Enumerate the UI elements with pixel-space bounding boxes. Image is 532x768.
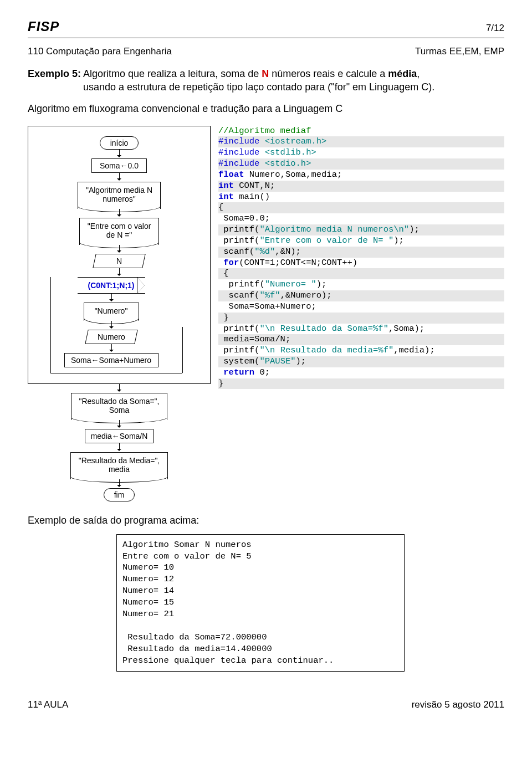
code-text: ); <box>409 224 420 234</box>
out-line: Resultado da media=14.400000 <box>122 644 272 654</box>
code-text: ,media); <box>393 345 434 355</box>
header-rule <box>28 38 504 38</box>
out-line: Resultado da Soma=72.000000 <box>122 632 267 642</box>
code-text: printf( <box>218 324 259 334</box>
code-text: scanf( <box>218 247 254 257</box>
intro-text-1c: , <box>417 68 420 79</box>
code-text: printf( <box>218 224 259 234</box>
fc-read-numero: Numero <box>85 330 138 344</box>
arrow-icon <box>116 245 122 254</box>
arrow-icon <box>116 209 122 218</box>
arrow-icon <box>116 268 122 277</box>
code-text: ,&N); <box>275 247 301 257</box>
code-string: "Algoritmo media N numeros\n" <box>259 224 409 234</box>
code-text: (CONT=1;CONT<=N;CONT++) <box>239 258 357 268</box>
code-text: printf( <box>218 279 265 289</box>
arrow-icon <box>116 150 122 158</box>
arrow-icon <box>116 479 122 488</box>
fc-for-hex: (C0NT:1;N;1) <box>70 277 153 294</box>
intro-text-1b: números reais e calcule a <box>269 68 388 79</box>
code-text: } <box>218 313 504 324</box>
code-text: media=Soma/N; <box>218 334 504 345</box>
code-include: #include <box>218 147 265 157</box>
fc-print-res-media-l2: media <box>79 465 160 474</box>
code-keyword: return <box>223 367 254 377</box>
arrow-icon <box>116 420 122 429</box>
code-keyword: int <box>218 181 234 191</box>
intro-media: média <box>388 68 417 79</box>
out-line: Pressione qualquer tecla para continuar.… <box>122 656 334 665</box>
code-include: #include <box>218 158 265 168</box>
fc-print-res-media: "Resultado da Media=", media <box>70 452 168 479</box>
output-title: Exemplo de saída do programa acima: <box>28 515 504 526</box>
page-number: 7/12 <box>486 23 504 34</box>
out-line: Numero= 14 <box>122 586 174 596</box>
code-text: { <box>218 202 504 213</box>
code-include: #include <box>218 136 265 146</box>
code-text: system( <box>218 356 259 366</box>
out-line: Numero= 15 <box>122 597 174 607</box>
footer-aula: 11ª AULA <box>28 699 68 710</box>
fc-print-res-soma: "Resultado da Soma=", Soma <box>71 393 168 420</box>
doc-title: FISP <box>28 19 59 34</box>
fc-loop: (C0NT:1;N;1) "Numero" Numero Soma←Soma+N… <box>50 277 182 373</box>
fc-print-numero: "Numero" <box>84 303 139 321</box>
fc-print-title-l2: numeros" <box>86 194 152 203</box>
code-text: 0; <box>254 367 270 377</box>
arrow-icon <box>109 321 114 330</box>
out-line: Numero= 12 <box>122 574 174 584</box>
code-text: ,Soma); <box>388 324 424 334</box>
fc-media-calc: media←Soma/N <box>85 429 154 443</box>
fc-print-prompt-l1: "Entre com o valor <box>88 222 151 231</box>
intro-text-1a: Algoritmo que realiza a leitura, soma de <box>83 68 262 79</box>
code-header: <stdlib.h> <box>265 147 316 157</box>
fc-read-n: N <box>93 254 146 268</box>
fc-print-res-soma-l2: Soma <box>79 406 160 414</box>
code-text: { <box>218 268 504 279</box>
code-text: ); <box>296 356 306 366</box>
fc-soma-init: Soma←0.0 <box>91 158 147 173</box>
code-string: "PAUSE" <box>259 356 295 366</box>
code-string: "\n Resultado da Soma=%f" <box>259 324 388 334</box>
code-text <box>218 367 223 377</box>
out-line: Numero= 21 <box>122 609 174 619</box>
flowchart-lower: "Resultado da Soma=", Soma media←Soma/N … <box>28 384 211 501</box>
code-string: "%f" <box>259 290 280 300</box>
footer-revision: revisão 5 agosto 2011 <box>412 699 504 710</box>
turmas: Turmas EE,EM, EMP <box>415 46 504 57</box>
code-text: Numero,Soma,media; <box>244 170 342 180</box>
course-name: 110 Computação para Engenharia <box>28 46 172 57</box>
code-text: CONT,N; <box>234 181 275 191</box>
out-line: Entre com o valor de N= 5 <box>122 551 252 561</box>
fc-print-res-soma-l1: "Resultado da Soma=", <box>79 397 160 406</box>
code-header: <iostream.h> <box>265 136 327 146</box>
code-text: main() <box>234 192 270 202</box>
code-text: } <box>218 378 504 390</box>
code-keyword: for <box>223 258 239 268</box>
flowchart-box: início Soma←0.0 "Algoritmo media N numer… <box>28 126 211 384</box>
code-text: printf( <box>218 235 259 245</box>
intro-N: N <box>262 68 269 79</box>
code-text: ); <box>393 235 404 245</box>
code-string: "Numero= " <box>265 279 316 289</box>
fc-print-res-media-l1: "Resultado da Media=", <box>79 456 160 465</box>
code-string: "\n Resultado da media=%f" <box>259 345 393 355</box>
arrow-icon <box>109 344 114 353</box>
out-line: Numero= 10 <box>122 562 174 572</box>
fc-print-title: "Algoritmo media N numeros" <box>78 182 161 209</box>
arrow-icon <box>116 443 122 452</box>
code-string: "Entre com o valor de N= " <box>259 235 393 245</box>
out-line: Algoritmo Somar N numeros <box>122 540 252 550</box>
code-string: "%d" <box>254 247 275 257</box>
fc-fim: fim <box>104 488 135 501</box>
code-text: ); <box>316 279 327 289</box>
fc-for-label: (C0NT:1;N;1) <box>78 277 145 294</box>
fc-print-prompt-l2: de N =" <box>88 231 151 239</box>
code-text: printf( <box>218 345 259 355</box>
arrow-icon <box>116 173 122 182</box>
fc-inicio: início <box>100 136 139 150</box>
fc-print-title-l1: "Algoritmo media N <box>86 186 152 194</box>
arrow-icon <box>109 294 114 303</box>
code-keyword: float <box>218 170 244 180</box>
fc-read-numero-label: Numero <box>98 332 125 341</box>
